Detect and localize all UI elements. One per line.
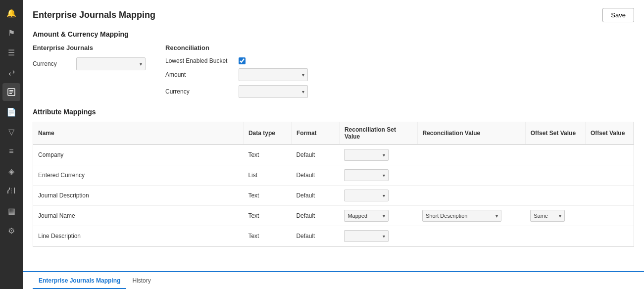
cell-name: Entered Currency [33, 165, 243, 186]
amount-recon-label: Amount [165, 71, 235, 78]
table-row: CompanyTextDefault▾ [33, 144, 634, 165]
rec-set-value-select[interactable]: Mapped▾ [344, 210, 389, 222]
offset-set-value-select[interactable]: Same▾ [530, 210, 565, 222]
bell-icon[interactable]: 🔔 [2, 4, 20, 22]
cell-offset-set-value [525, 165, 585, 186]
rec-value-chevron-icon: ▾ [495, 213, 498, 219]
cell-rec-set-value: ▾ [339, 226, 417, 246]
currency-select[interactable]: ▾ [76, 57, 146, 70]
cell-datatype: Text [243, 144, 291, 165]
cell-offset-set-value: Same▾ [525, 206, 585, 226]
amount-currency-title: Amount & Currency Mapping [33, 30, 634, 38]
reconciliation-label: Reconciliation [165, 44, 308, 51]
lowest-enabled-bucket-checkbox[interactable] [239, 57, 246, 64]
rec-value-text: Short Description [426, 213, 467, 219]
cell-format: Default [291, 186, 339, 206]
page-area: Enterprise Journals Mapping Save Amount … [23, 0, 644, 271]
col-header-datatype: Data type [243, 122, 291, 144]
cell-rec-value [417, 165, 525, 186]
rec-set-value-select[interactable]: ▾ [344, 169, 389, 181]
gear-icon[interactable]: ⚙ [2, 222, 20, 240]
col-header-rec-set-value: Reconciliation Set Value [339, 122, 417, 144]
rec-value-select[interactable]: Short Description▾ [422, 210, 501, 222]
flag-icon[interactable]: ⚑ [2, 24, 20, 42]
enterprise-journals-label: Enterprise Journals [33, 44, 146, 51]
cell-rec-value [417, 144, 525, 165]
cell-name: Company [33, 144, 243, 165]
tab-history[interactable]: History [126, 273, 156, 289]
currency-field-row: Currency ▾ [33, 57, 146, 70]
cell-name: Line Description [33, 226, 243, 246]
cell-rec-set-value: ▾ [339, 165, 417, 186]
col-header-offset-set-value: Offset Set Value [525, 122, 585, 144]
table-row: Entered CurrencyListDefault▾ [33, 165, 634, 186]
page-title: Enterprise Journals Mapping [33, 10, 155, 20]
currency-chevron-icon: ▾ [140, 61, 142, 67]
currency-recon-label: Currency [165, 88, 235, 95]
col-header-offset-value: Offset Value [586, 122, 634, 144]
currency-label: Currency [33, 60, 72, 67]
cell-datatype: Text [243, 186, 291, 206]
cell-datatype: List [243, 165, 291, 186]
cell-rec-set-value: Mapped▾ [339, 206, 417, 226]
cell-rec-value [417, 226, 525, 246]
cell-name: Journal Description [33, 186, 243, 206]
bottom-tabs: Enterprise Journals Mapping History [23, 271, 644, 289]
rec-set-value-text: Mapped [347, 213, 367, 219]
reconciliation-col: Reconciliation Lowest Enabled Bucket Amo… [165, 44, 308, 98]
table-body: CompanyTextDefault▾Entered CurrencyListD… [33, 144, 634, 246]
calendar-icon[interactable]: ▦ [2, 202, 20, 220]
currency-recon-chevron-icon: ▾ [302, 89, 304, 95]
col-header-rec-value: Reconciliation Value [417, 122, 525, 144]
rec-set-chevron-icon: ▾ [383, 213, 385, 219]
svg-rect-2 [9, 92, 13, 93]
chart-icon[interactable]: ◈ [2, 162, 20, 180]
offset-set-chevron-icon: ▾ [559, 213, 561, 219]
cell-rec-value: Short Description▾ [417, 206, 525, 226]
rec-set-chevron-icon: ▾ [383, 234, 385, 239]
save-button[interactable]: Save [602, 8, 634, 22]
settings-list-icon[interactable]: ☰ [2, 44, 20, 61]
rec-set-chevron-icon: ▾ [383, 193, 385, 198]
col-header-format: Format [291, 122, 339, 144]
rec-set-chevron-icon: ▾ [383, 173, 385, 178]
currency-recon-row: Currency ▾ [165, 85, 308, 98]
table-row: Journal DescriptionTextDefault▾ [33, 186, 634, 206]
cell-rec-set-value: ▾ [339, 144, 417, 165]
attribute-mappings-table: Name Data type Format Reconciliation Set… [33, 122, 634, 246]
cell-format: Default [291, 165, 339, 186]
hierarchy-icon[interactable]: ⛙ [2, 182, 20, 200]
document-icon[interactable]: 📄 [2, 103, 20, 121]
svg-rect-3 [9, 93, 12, 94]
filter-icon[interactable]: ▽ [2, 123, 20, 141]
amount-recon-row: Amount ▾ [165, 68, 308, 81]
lowest-enabled-bucket-label: Lowest Enabled Bucket [165, 57, 235, 64]
report-icon[interactable]: ≡ [2, 143, 20, 160]
cell-offset-value [586, 186, 634, 206]
cell-offset-value [586, 165, 634, 186]
rec-set-value-select[interactable]: ▾ [344, 230, 389, 242]
cell-format: Default [291, 226, 339, 246]
cell-offset-set-value [525, 144, 585, 165]
sidebar: 🔔 ⚑ ☰ ⇄ 📄 ▽ ≡ ◈ ⛙ ▦ ⚙ [0, 0, 23, 289]
col-header-name: Name [33, 122, 243, 144]
currency-recon-select[interactable]: ▾ [239, 85, 308, 98]
amount-currency-section: Amount & Currency Mapping Enterprise Jou… [33, 30, 634, 98]
offset-set-value-text: Same [534, 213, 548, 219]
rec-set-value-select[interactable]: ▾ [344, 149, 389, 161]
swap-icon[interactable]: ⇄ [2, 63, 20, 81]
cell-datatype: Text [243, 226, 291, 246]
rec-set-chevron-icon: ▾ [383, 152, 385, 158]
cell-datatype: Text [243, 206, 291, 226]
rec-set-value-select[interactable]: ▾ [344, 190, 389, 201]
amount-recon-chevron-icon: ▾ [302, 72, 304, 78]
table-row: Journal NameTextDefaultMapped▾Short Desc… [33, 206, 634, 226]
table-header-row: Name Data type Format Reconciliation Set… [33, 122, 634, 144]
attribute-mappings-table-container: Name Data type Format Reconciliation Set… [33, 122, 634, 247]
tab-enterprise-journals-mapping[interactable]: Enterprise Journals Mapping [33, 273, 126, 289]
table-row: Line DescriptionTextDefault▾ [33, 226, 634, 246]
amount-recon-select[interactable]: ▾ [239, 68, 308, 81]
journal-icon[interactable] [2, 83, 20, 101]
main-content: Enterprise Journals Mapping Save Amount … [23, 0, 644, 289]
cell-offset-value [586, 226, 634, 246]
